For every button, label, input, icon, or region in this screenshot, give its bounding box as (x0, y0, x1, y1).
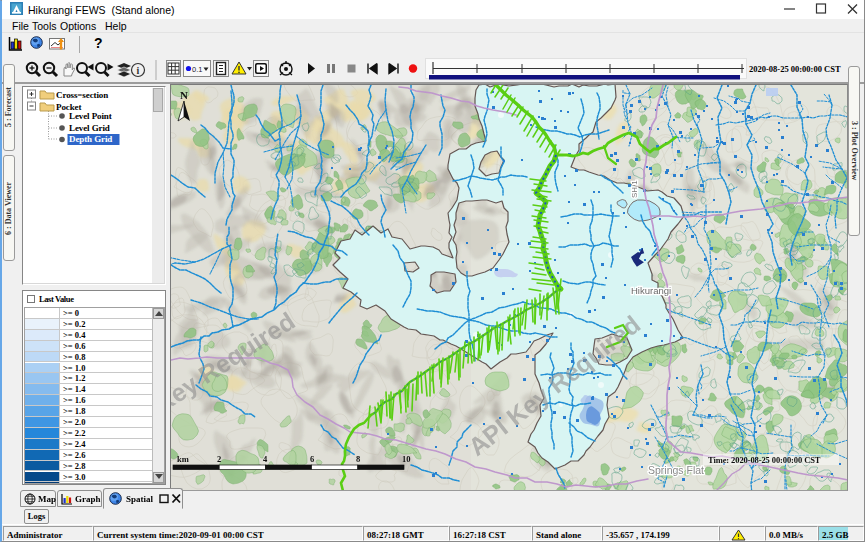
svg-text:2: 2 (217, 454, 221, 464)
svg-text:10: 10 (402, 454, 411, 464)
svg-text:SH 1: SH 1 (630, 180, 639, 198)
svg-text:i: i (137, 65, 140, 76)
svg-text:8: 8 (356, 454, 360, 464)
svg-text:km: km (177, 454, 189, 464)
svg-text:Springs Flat: Springs Flat (648, 464, 704, 476)
svg-text:Time: 2020-08-25 00:00:00 CST: Time: 2020-08-25 00:00:00 CST (708, 455, 821, 465)
svg-text:0.1: 0.1 (192, 65, 202, 74)
svg-text:Hikurangi: Hikurangi (631, 285, 671, 296)
svg-text:6: 6 (310, 454, 314, 464)
svg-text:N: N (180, 89, 188, 101)
